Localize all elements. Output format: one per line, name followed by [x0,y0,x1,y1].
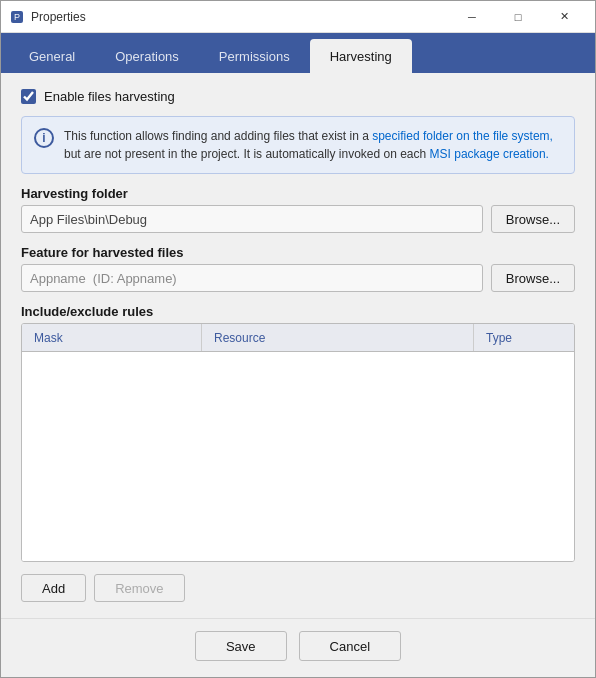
svg-text:P: P [14,12,20,22]
feature-group: Feature for harvested files Browse... [21,245,575,292]
table-header: Mask Resource Type [22,324,574,352]
harvesting-folder-input[interactable] [21,205,483,233]
enable-harvesting-row: Enable files harvesting [21,89,575,104]
save-button[interactable]: Save [195,631,287,661]
info-text-part1: This function allows finding and adding … [64,129,553,143]
feature-browse-button[interactable]: Browse... [491,264,575,292]
harvesting-folder-group: Harvesting folder Browse... [21,186,575,233]
harvesting-folder-browse-button[interactable]: Browse... [491,205,575,233]
tab-general[interactable]: General [9,39,95,73]
tab-permissions[interactable]: Permissions [199,39,310,73]
enable-harvesting-label[interactable]: Enable files harvesting [44,89,175,104]
feature-row: Browse... [21,264,575,292]
title-bar: P Properties ─ □ ✕ [1,1,595,33]
remove-button[interactable]: Remove [94,574,184,602]
feature-label: Feature for harvested files [21,245,575,260]
info-icon: i [34,128,54,148]
harvesting-folder-row: Browse... [21,205,575,233]
rules-table: Mask Resource Type [21,323,575,562]
title-bar-text: Properties [31,10,449,24]
content-area: Enable files harvesting i This function … [1,73,595,618]
enable-harvesting-checkbox[interactable] [21,89,36,104]
maximize-button[interactable]: □ [495,1,541,33]
feature-input[interactable] [21,264,483,292]
footer: Save Cancel [1,618,595,677]
info-box: i This function allows finding and addin… [21,116,575,174]
info-text-part2: but are not present in the project. It i… [64,147,549,161]
tab-harvesting[interactable]: Harvesting [310,39,412,73]
tab-operations[interactable]: Operations [95,39,199,73]
title-bar-controls: ─ □ ✕ [449,1,587,33]
table-actions: Add Remove [21,566,575,602]
minimize-button[interactable]: ─ [449,1,495,33]
info-text: This function allows finding and adding … [64,127,553,163]
properties-window: P Properties ─ □ ✕ General Operations Pe… [0,0,596,678]
rules-label: Include/exclude rules [21,304,575,319]
close-button[interactable]: ✕ [541,1,587,33]
column-type: Type [474,324,574,351]
cancel-button[interactable]: Cancel [299,631,401,661]
tab-bar: General Operations Permissions Harvestin… [1,33,595,73]
app-icon: P [9,9,25,25]
add-button[interactable]: Add [21,574,86,602]
harvesting-folder-label: Harvesting folder [21,186,575,201]
column-resource: Resource [202,324,474,351]
rules-section: Include/exclude rules Mask Resource Type… [21,304,575,602]
column-mask: Mask [22,324,202,351]
table-body[interactable] [22,352,574,561]
